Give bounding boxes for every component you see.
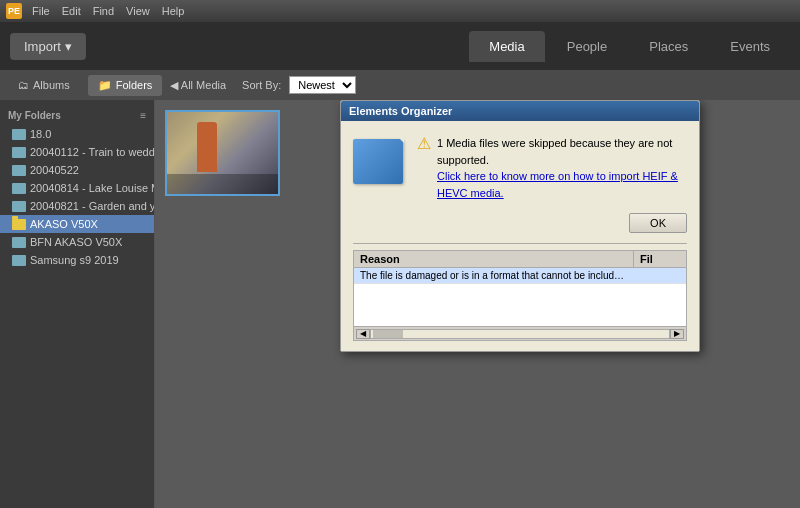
scroll-right-button[interactable]: ▶	[670, 329, 684, 339]
room-photo	[167, 112, 278, 194]
album-icon: 🗂	[18, 79, 29, 91]
sidebar-item-20040112[interactable]: 20040112 - Train to wedding	[0, 143, 154, 161]
subtoolbar: 🗂 Albums 📁 Folders ◀ All Media Sort By: …	[0, 70, 800, 100]
sort-select[interactable]: Newest Oldest Name	[289, 76, 356, 94]
sortby-label: Sort By:	[242, 79, 281, 91]
tab-events[interactable]: Events	[710, 31, 790, 62]
dialog-title: Elements Organizer	[349, 105, 452, 117]
sidebar-item-20040821[interactable]: 20040821 - Garden and yar...	[0, 197, 154, 215]
dialog-link[interactable]: Click here to know more on how to import…	[437, 170, 678, 199]
menu-help[interactable]: Help	[162, 5, 185, 17]
ok-button[interactable]: OK	[629, 213, 687, 233]
folder-icon: 📁	[98, 79, 112, 92]
content-area: Elements Organizer ⚠ 1 Media files were …	[155, 100, 800, 508]
dialog-table-section: Reason Fil The file is damaged or is in …	[353, 243, 687, 341]
sidebar-item-bfn[interactable]: BFN AKASO V50X	[0, 233, 154, 251]
main-area: My Folders ≡ 18.0 20040112 - Train to we…	[0, 100, 800, 508]
table-row[interactable]: The file is damaged or is in a format th…	[354, 268, 686, 284]
tab-media[interactable]: Media	[469, 31, 544, 62]
titlebar: PE File Edit Find View Help	[0, 0, 800, 22]
sidebar-item-18[interactable]: 18.0	[0, 125, 154, 143]
menu-edit[interactable]: Edit	[62, 5, 81, 17]
dialog-buttons: OK	[353, 213, 687, 233]
menu-bar: File Edit Find View Help	[32, 5, 184, 17]
toolbar: Import ▾ Media People Places Events	[0, 22, 800, 70]
subtab-albums[interactable]: 🗂 Albums	[8, 75, 80, 95]
warning-icon: ⚠	[417, 134, 431, 153]
folder-icon-20040821	[12, 201, 26, 212]
import-button[interactable]: Import ▾	[10, 33, 86, 60]
scroll-thumb[interactable]	[373, 330, 403, 338]
sidebar: My Folders ≡ 18.0 20040112 - Train to we…	[0, 100, 155, 508]
menu-file[interactable]: File	[32, 5, 50, 17]
dialog-warning-text: 1 Media files were skipped because they …	[437, 137, 672, 166]
media-thumbnail[interactable]	[165, 110, 280, 196]
folder-icon-bfn	[12, 237, 26, 248]
sidebar-item-akaso[interactable]: AKASO V50X	[0, 215, 154, 233]
dialog-file-icon	[353, 139, 403, 184]
dialog-top-section: ⚠ 1 Media files were skipped because the…	[353, 135, 687, 201]
col-reason: Reason	[354, 251, 634, 267]
sidebar-item-20040814[interactable]: 20040814 - Lake Louise Mic...	[0, 179, 154, 197]
dialog-titlebar: Elements Organizer	[341, 101, 699, 121]
dialog-text: 1 Media files were skipped because they …	[437, 135, 687, 201]
import-arrow: ▾	[65, 39, 72, 54]
dialog-warning-row: ⚠ 1 Media files were skipped because the…	[417, 135, 687, 201]
back-button[interactable]: ◀ All Media	[170, 79, 226, 92]
folder-icon-akaso	[12, 219, 26, 230]
table-scrollbar: ◀ ▶	[353, 327, 687, 341]
folder-icon-20040814	[12, 183, 26, 194]
tab-people[interactable]: People	[547, 31, 627, 62]
sidebar-item-20040522[interactable]: 20040522	[0, 161, 154, 179]
menu-view[interactable]: View	[126, 5, 150, 17]
td-reason: The file is damaged or is in a format th…	[354, 268, 634, 283]
tab-places[interactable]: Places	[629, 31, 708, 62]
dialog-content: ⚠ 1 Media files were skipped because the…	[341, 121, 699, 351]
folder-icon-20040522	[12, 165, 26, 176]
sidebar-item-samsung[interactable]: Samsung s9 2019	[0, 251, 154, 269]
subtab-folders[interactable]: 📁 Folders	[88, 75, 163, 96]
sidebar-collapse-icon[interactable]: ≡	[140, 110, 146, 121]
td-file	[634, 268, 686, 283]
table-header: Reason Fil	[353, 250, 687, 267]
table-body: The file is damaged or is in a format th…	[353, 267, 687, 327]
import-label: Import	[24, 39, 61, 54]
sidebar-header: My Folders ≡	[0, 106, 154, 125]
scroll-left-button[interactable]: ◀	[356, 329, 370, 339]
dialog: Elements Organizer ⚠ 1 Media files were …	[340, 100, 700, 352]
horizontal-scroll-track[interactable]	[370, 329, 670, 339]
menu-find[interactable]: Find	[93, 5, 114, 17]
folder-icon-20040112	[12, 147, 26, 158]
folder-icon-18	[12, 129, 26, 140]
col-file: Fil	[634, 251, 686, 267]
nav-tabs: Media People Places Events	[469, 31, 790, 62]
sidebar-title: My Folders	[8, 110, 61, 121]
folder-icon-samsung	[12, 255, 26, 266]
app-icon: PE	[6, 3, 22, 19]
